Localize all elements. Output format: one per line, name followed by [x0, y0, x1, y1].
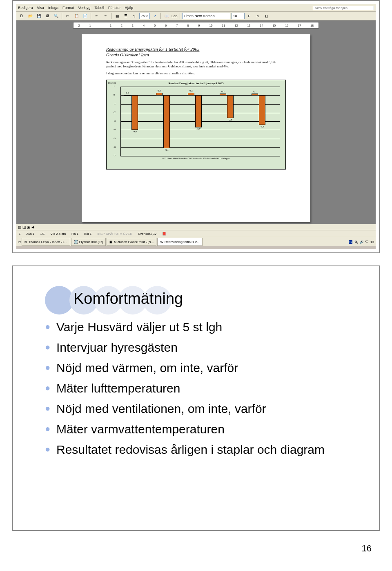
task-powerpoint[interactable]: ▣Microsoft PowerPoint - [N... — [107, 238, 156, 246]
outlook-icon: ✉ — [24, 240, 27, 244]
windows-taskbar: irt ✉Thomas Lepik - Inbox - L... 💽Flyttb… — [16, 237, 376, 246]
status-col: Kol 1 — [84, 232, 91, 236]
menu-redigera[interactable]: Redigera — [18, 6, 33, 10]
fontsize-dropdown[interactable]: 18 — [232, 13, 245, 19]
menu-format[interactable]: Format — [62, 6, 74, 10]
font-dropdown[interactable]: Times New Roman — [182, 13, 230, 19]
doc-paragraph-2: I diagrammet nedan kan ni se hur resulta… — [106, 71, 286, 76]
paste-icon[interactable]: 📄 — [81, 12, 89, 20]
status-pos: Vid 2,5 cm — [50, 232, 66, 236]
bullet-item: Intervjuar hyresgästen — [45, 340, 359, 355]
read-label: Läs — [172, 14, 178, 18]
word-icon: W — [160, 240, 163, 244]
status-page: 1 — [19, 232, 20, 236]
web-view-icon[interactable]: ◫ — [22, 225, 26, 229]
italic-icon[interactable]: K — [254, 12, 262, 20]
document-page[interactable]: Redovisning av Energijakten för 1 tertia… — [82, 34, 310, 222]
menu-tabell[interactable]: Tabell — [94, 6, 104, 10]
bullet-item: Mäter varmvattentemperaturen — [45, 422, 359, 437]
new-doc-icon[interactable]: 🗋 — [18, 12, 25, 20]
print-icon[interactable]: 🖶 — [44, 12, 51, 20]
tray-clock[interactable]: 13 — [370, 240, 374, 244]
open-icon[interactable]: 📂 — [27, 12, 34, 20]
standard-toolbar: 🗋 📂 💾 🖶 🔍 ✂ 📋 📄 ↶ ↷ ▦ ≣ ¶ 75% ? 📖 Läs Ti… — [16, 12, 376, 20]
table-icon[interactable]: ▦ — [114, 12, 121, 20]
bold-icon[interactable]: F — [246, 12, 253, 20]
cut-icon[interactable]: ✂ — [64, 12, 71, 20]
bullet-item: Mäter lufttemperaturen — [45, 381, 359, 396]
embedded-chart[interactable]: Resultat Energijakten tertial 1 jan-apri… — [106, 80, 286, 170]
document-area: Redovisning av Energijakten för 1 tertia… — [16, 30, 376, 224]
menu-bar: Redigera Visa Infoga Format Verktyg Tabe… — [16, 4, 376, 12]
chart-x-legend: 800 Linné 600 Olskroken 700 Kortedala 85… — [108, 157, 284, 160]
status-lang: Svenska (Sv — [138, 232, 156, 236]
status-row: Ra 1 — [71, 232, 78, 236]
page-number: 16 — [0, 543, 372, 554]
view-buttons: ▤ ◫ ▣ ◀ — [16, 224, 376, 230]
copy-icon[interactable]: 📋 — [73, 12, 80, 20]
status-modes: INSP SPÅR UTV ÖVER — [97, 232, 132, 236]
read-mode-icon[interactable]: 📖 — [163, 12, 170, 20]
save-icon[interactable]: 💾 — [35, 12, 42, 20]
columns-icon[interactable]: ≣ — [122, 12, 129, 20]
system-tray: S 🔌 🔊 🛡 13 — [349, 240, 374, 244]
undo-icon[interactable]: ↶ — [93, 12, 100, 20]
doc-paragraph-1: Redovisningen av "Energijakten" för förs… — [106, 60, 286, 69]
doc-heading-2: Grattis Olskroken! Igen — [106, 52, 286, 57]
task-word-active[interactable]: WRedovisning tertial 1 2... — [157, 238, 202, 246]
bullet-item: Nöjd med värmen, om inte, varför — [45, 361, 359, 375]
status-bar: 1 Avs 1 1/1 Vid 2,5 cm Ra 1 Kol 1 INSP S… — [16, 230, 376, 237]
tray-shield-icon[interactable]: 🛡 — [365, 240, 369, 244]
outline-view-icon[interactable]: ◀ — [31, 225, 34, 229]
bullet-item: Resultatet redovisas årligen i staplar o… — [45, 442, 359, 457]
doc-heading-1: Redovisning av Energijakten för 1 tertia… — [106, 47, 286, 51]
chart-plot-area: 10-1-2-3-4-5-6-70,0-4,00,3-6,10,3-3,70,2… — [120, 87, 280, 156]
bullet-item: Nöjd med ventilationen, om inte, varför — [45, 401, 359, 416]
tray-volume-icon[interactable]: 🔊 — [360, 240, 364, 244]
slide-1-frame: Redigera Visa Infoga Format Verktyg Tabe… — [12, 0, 380, 253]
paragraph-icon[interactable]: ¶ — [131, 12, 138, 20]
task-outlook[interactable]: ✉Thomas Lepik - Inbox - L... — [22, 238, 70, 246]
slide-2-content: Komfortmätning Varje Husvärd väljer ut 5… — [16, 270, 376, 527]
powerpoint-icon: ▣ — [109, 240, 113, 244]
menu-infoga[interactable]: Infoga — [48, 6, 58, 10]
redo-icon[interactable]: ↷ — [102, 12, 109, 20]
slide-2-frame: Komfortmätning Varje Husvärd väljer ut 5… — [12, 265, 380, 531]
chart-ylabel: Procent — [108, 82, 116, 84]
help-search-input[interactable]: Skriv en fråga för hjälp — [313, 6, 374, 10]
status-section: Avs 1 — [26, 232, 34, 236]
chart-title: Resultat Energijakten tertial 1 jan-apri… — [108, 82, 284, 85]
word-screenshot: Redigera Visa Infoga Format Verktyg Tabe… — [16, 4, 376, 249]
preview-icon[interactable]: 🔍 — [52, 12, 60, 20]
horizontal-ruler[interactable]: 21123456789101112131415161718 — [73, 22, 319, 29]
bullet-list: Varje Husvärd väljer ut 5 st lgh Intervj… — [45, 320, 359, 457]
menu-visa[interactable]: Visa — [37, 6, 44, 10]
task-explorer[interactable]: 💽Flyttbar disk (E:) — [71, 238, 106, 246]
start-fragment[interactable]: irt — [18, 240, 21, 244]
print-view-icon[interactable]: ▣ — [27, 225, 31, 229]
normal-view-icon[interactable]: ▤ — [18, 225, 22, 229]
slide-title: Komfortmätning — [74, 290, 359, 308]
menu-hjalp[interactable]: Hjälp — [125, 6, 133, 10]
tray-network-icon[interactable]: 🔌 — [354, 240, 358, 244]
help-icon[interactable]: ? — [151, 12, 158, 20]
menu-verktyg[interactable]: Verktyg — [78, 6, 90, 10]
drive-icon: 💽 — [74, 240, 78, 244]
zoom-dropdown[interactable]: 75% — [139, 13, 150, 19]
status-book-icon[interactable]: 📕 — [162, 232, 166, 236]
menu-fonster[interactable]: Fönster — [108, 6, 121, 10]
ruler-area: 21123456789101112131415161718 — [16, 20, 376, 30]
underline-icon[interactable]: U — [263, 12, 270, 20]
status-pages: 1/1 — [40, 232, 45, 236]
bullet-item: Varje Husvärd väljer ut 5 st lgh — [45, 320, 359, 335]
tray-icon[interactable]: S — [349, 240, 352, 244]
